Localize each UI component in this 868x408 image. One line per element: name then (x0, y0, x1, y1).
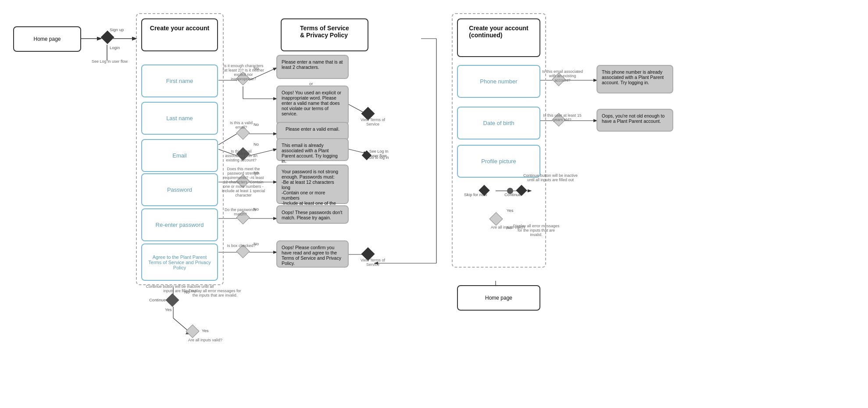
view-tos-1-label: View Terms of Service (360, 118, 386, 126)
svg-line-26 (173, 318, 189, 331)
create-account-title: Create your account (150, 25, 209, 32)
login-label: Login (110, 45, 120, 50)
go-to-log-in-text: Go to log in (368, 155, 389, 160)
homepage2-label: Home page (485, 295, 512, 301)
phone-exists-text: This phone number is already associated … (602, 69, 668, 85)
passwords-match-note: Do the passwords match? (223, 208, 258, 216)
continue-label-left: Continue (149, 297, 166, 302)
create-account-continued-title: Create your account (continued) (457, 18, 540, 57)
password-field[interactable]: Password (141, 173, 218, 206)
phone-associated-note: Is this email associated with an existin… (542, 69, 583, 82)
password-weak-error: Your password is not strong enough. Pass… (276, 165, 349, 204)
homepage-box: Home page (13, 26, 81, 52)
dob-note: Is this user at least 15 years old? (543, 113, 582, 122)
signup-login-diamond (100, 30, 114, 44)
tos-privacy-box: Terms of Service & Privacy Policy (281, 18, 368, 51)
create-account-title-box: Create your account (141, 18, 218, 51)
homepage-label: Home page (33, 36, 61, 42)
no-name-chars: No (254, 66, 259, 71)
email-label: Email (172, 152, 187, 159)
invalid-email-text: Please enter a valid email. (286, 126, 339, 132)
yes-label-left: Yes (165, 307, 172, 312)
name-too-short-error: Please enter a name that is at least 2 c… (276, 55, 349, 79)
agree-tos-label: Agree to the Plant Parent Terms of Servi… (146, 254, 214, 270)
no-email-associated: No (254, 142, 259, 147)
tos-not-checked-error: Oops! Please confirm you have read and a… (276, 240, 349, 268)
yes-inputs-label: Yes (202, 328, 209, 333)
too-young-text: Oops, you're not old enough to have a Pl… (602, 113, 668, 124)
phone-number-label: Phone number (480, 78, 517, 85)
passwords-no-match-error: Oops! These passwords don't match. Pleas… (276, 205, 349, 224)
email-exists-text: This email is already associated with a … (282, 143, 343, 164)
signup-label: Sign up (110, 27, 124, 32)
password-label: Password (167, 186, 192, 193)
create-account-continued-label: Create your account (continued) (469, 25, 528, 39)
name-explicit-text: Oops! You used an explicit or inappropri… (282, 90, 343, 116)
email-field[interactable]: Email (141, 139, 218, 172)
date-of-birth-field[interactable]: Date of birth (457, 107, 540, 140)
continue-diamond-left (165, 293, 179, 307)
phone-exists-error: This phone number is already associated … (597, 65, 673, 93)
email-associated-note: Is this email associated with an existin… (221, 149, 261, 162)
display-errors-note: Display all error messages for the input… (189, 289, 241, 297)
name-too-short-text: Please enter a name that is at least 2 c… (282, 59, 343, 70)
passwords-no-match-text: Oops! These passwords don't match. Pleas… (282, 210, 343, 220)
re-enter-password-field[interactable]: Re-enter password (141, 208, 218, 241)
last-name-field[interactable]: Last name (141, 102, 218, 135)
no-passwords-match: No (254, 207, 259, 211)
invalid-email-error: Please enter a valid email. (276, 122, 349, 140)
tos-not-checked-text: Oops! Please confirm you have read and a… (282, 245, 343, 266)
box-checked-note: Is box checked? (226, 243, 257, 248)
date-of-birth-label: Date of birth (483, 120, 514, 126)
last-name-label: Last name (166, 115, 193, 122)
profile-picture-field[interactable]: Profile picture (457, 145, 540, 178)
yes-right-1: Yes (507, 208, 514, 213)
phone-number-field[interactable]: Phone number (457, 65, 540, 98)
no-password-strength: No (254, 170, 259, 175)
view-tos-2-label: View Terms of Service (360, 258, 386, 267)
profile-picture-label: Profile picture (481, 158, 516, 165)
canvas: Home page Sign up Login See Log In user … (0, 0, 868, 408)
first-name-field[interactable]: First name (141, 64, 218, 97)
all-inputs-valid-note: Are all inputs valid? (183, 338, 227, 342)
no-valid-email: No (254, 122, 259, 127)
email-exists-error: This email is already associated with a … (276, 138, 349, 161)
re-enter-password-label: Re-enter password (156, 222, 204, 228)
see-log-in-note: See Log In user flow (81, 59, 138, 64)
all-inputs-valid-diamond-left (186, 324, 199, 338)
too-young-error: Oops, you're not old enough to have a Pl… (597, 109, 673, 132)
first-name-label: First name (166, 78, 193, 84)
display-errors-right: Display all error messages for the input… (511, 224, 561, 237)
homepage2-box: Home page (457, 285, 540, 311)
no-box-checked: No (254, 241, 259, 246)
continue-inactive-note-right: Continue button will be inactive until a… (522, 173, 579, 182)
tos-privacy-title: Terms of Service & Privacy Policy (300, 25, 349, 39)
name-explicit-error: Oops! You used an explicit or inappropri… (276, 86, 349, 125)
agree-tos-field[interactable]: Agree to the Plant Parent Terms of Servi… (141, 243, 218, 281)
